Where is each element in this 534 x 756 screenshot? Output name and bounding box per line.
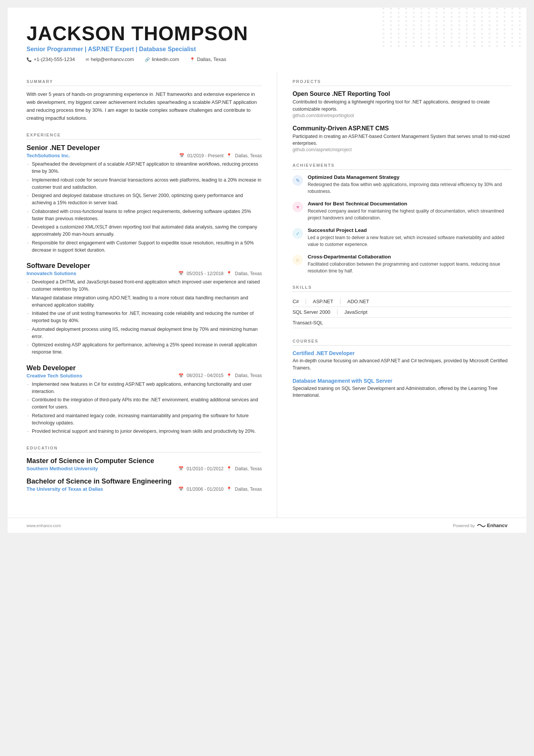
main-body: SUMMARY With over 5 years of hands-on pr… bbox=[8, 72, 526, 518]
course-description: An in-depth course focusing on advanced … bbox=[292, 357, 511, 372]
edu-school: Southern Methodist University bbox=[27, 466, 98, 471]
edu-location: Dallas, Texas bbox=[235, 466, 262, 471]
project-title: Community-Driven ASP.NET CMS bbox=[292, 125, 511, 132]
skill-item: SQL Server 2000 bbox=[292, 309, 337, 315]
bullet-item: Initiated the use of unit testing framew… bbox=[27, 310, 262, 324]
left-column: SUMMARY With over 5 years of hands-on pr… bbox=[8, 72, 277, 518]
job-item: Software Developer Innovatech Solutions … bbox=[27, 262, 262, 356]
linkedin-contact: linkedin.com bbox=[145, 56, 179, 62]
bullet-item: Managed database integration using ADO.N… bbox=[27, 294, 262, 309]
logo-icon bbox=[477, 523, 486, 528]
projects-section: PROJECTS Open Source .NET Reporting Tool… bbox=[292, 79, 511, 152]
cal-icon: 📅 bbox=[179, 153, 184, 158]
skill-item: JavaScript bbox=[344, 309, 367, 315]
location-icon bbox=[190, 57, 195, 62]
edu-date: 01/2006 - 01/2010 bbox=[187, 487, 223, 492]
resume-container: JACKSON THOMPSON Senior Programmer | ASP… bbox=[8, 8, 526, 533]
job-item: Web Developer Creative Tech Solutions 📅 … bbox=[27, 364, 262, 435]
course-title: Database Management with SQL Server bbox=[292, 378, 511, 384]
pin-icon6: 📍 bbox=[226, 487, 232, 491]
header-section: JACKSON THOMPSON Senior Programmer | ASP… bbox=[8, 8, 526, 72]
skill-item: Transact-SQL bbox=[292, 320, 323, 326]
skills-row: Transact-SQL bbox=[292, 318, 511, 328]
job-item: Senior .NET Developer TechSolutions Inc.… bbox=[27, 144, 262, 254]
course-item: Certified .NET Developer An in-depth cou… bbox=[292, 350, 511, 372]
edu-degree: Bachelor of Science in Software Engineer… bbox=[27, 477, 262, 485]
job-date-loc: 📅 05/2015 - 12/2018 📍 Dallas, Texas bbox=[178, 271, 262, 276]
job-location: Dallas, Texas bbox=[235, 271, 262, 276]
achievement-desc: Received company award for maintaining t… bbox=[308, 208, 511, 221]
edu-item: Master of Science in Computer Science So… bbox=[27, 457, 262, 471]
edu-date: 01/2010 - 01/2012 bbox=[187, 466, 223, 471]
pin-icon5: 📍 bbox=[226, 466, 232, 471]
email-value: help@enhancv.com bbox=[91, 56, 134, 62]
edu-meta: Southern Methodist University 📅 01/2010 … bbox=[27, 466, 262, 471]
project-link: github.com/dotnetreportingtool bbox=[292, 113, 511, 118]
skill-item: ASP.NET bbox=[313, 299, 340, 304]
achievement-content: Optimized Data Management Strategy Redes… bbox=[308, 174, 511, 195]
location-value: Dallas, Texas bbox=[197, 56, 226, 62]
project-link: github.com/aspnetcmsproject bbox=[292, 147, 511, 152]
achievements-section: ACHIEVEMENTS ✎ Optimized Data Management… bbox=[292, 163, 511, 274]
company-name: TechSolutions Inc. bbox=[27, 153, 70, 158]
project-title: Open Source .NET Reporting Tool bbox=[292, 91, 511, 97]
achievement-item: ✓ Successful Project Lead Led a project … bbox=[292, 227, 511, 248]
bullet-item: Developed a customized XML/XSLT driven r… bbox=[27, 224, 262, 238]
achievement-icon-heart: ♥ bbox=[292, 202, 303, 212]
bullet-item: Developed a DHTML and JavaScript-based f… bbox=[27, 279, 262, 293]
skills-section: SKILLS C# ASP.NET ADO.NET SQL Server 200… bbox=[292, 285, 511, 328]
skills-grid: C# ASP.NET ADO.NET SQL Server 2000 JavaS… bbox=[292, 296, 511, 328]
courses-section: COURSES Certified .NET Developer An in-d… bbox=[292, 339, 511, 399]
company-name: Innovatech Solutions bbox=[27, 271, 76, 276]
email-contact: help@enhancv.com bbox=[86, 56, 134, 62]
skills-section-title: SKILLS bbox=[292, 285, 511, 292]
bullet-item: Implemented robust code for secure finan… bbox=[27, 177, 262, 191]
cal-icon: 📅 bbox=[178, 487, 184, 491]
skills-row: SQL Server 2000 JavaScript bbox=[292, 307, 511, 318]
experience-section: EXPERIENCE Senior .NET Developer TechSol… bbox=[27, 133, 262, 435]
job-meta: TechSolutions Inc. 📅 01/2019 - Present 📍… bbox=[27, 153, 262, 158]
bullet-item: Refactored and maintained legacy code, i… bbox=[27, 412, 262, 427]
achievement-title: Cross-Departmental Collaboration bbox=[308, 254, 511, 260]
pin-icon4: 📍 bbox=[226, 373, 232, 378]
achievement-content: Successful Project Lead Led a project te… bbox=[308, 227, 511, 248]
achievement-content: Cross-Departmental Collaboration Facilit… bbox=[308, 254, 511, 274]
achievement-title: Award for Best Technical Documentation bbox=[308, 201, 511, 207]
job-bullets: Developed a DHTML and JavaScript-based f… bbox=[27, 279, 262, 356]
job-bullets: Implemented new features in C# for exist… bbox=[27, 381, 262, 435]
achievement-title: Successful Project Lead bbox=[308, 227, 511, 233]
courses-section-title: COURSES bbox=[292, 339, 511, 346]
edu-date-loc: 📅 01/2010 - 01/2012 📍 Dallas, Texas bbox=[178, 466, 262, 471]
edu-school: The University of Texas at Dallas bbox=[27, 486, 103, 492]
footer: www.enhancv.com Powered by Enhancv bbox=[8, 518, 526, 533]
bullet-item: Collaborated with cross-functional teams… bbox=[27, 208, 262, 222]
job-date: 01/2019 - Present bbox=[187, 153, 223, 158]
job-date: 05/2015 - 12/2018 bbox=[187, 271, 223, 276]
achievement-icon-star: ☆ bbox=[292, 255, 303, 265]
summary-section-title: SUMMARY bbox=[27, 79, 262, 86]
company-name: Creative Tech Solutions bbox=[27, 373, 82, 379]
footer-url: www.enhancv.com bbox=[27, 523, 61, 528]
email-icon bbox=[86, 57, 89, 62]
brand-name: Enhancv bbox=[487, 523, 507, 528]
experience-section-title: EXPERIENCE bbox=[27, 133, 262, 139]
job-bullets: Spearheaded the development of a scalabl… bbox=[27, 161, 262, 254]
edu-location: Dallas, Texas bbox=[235, 487, 262, 492]
decorative-dots bbox=[383, 8, 526, 68]
achievement-item: ♥ Award for Best Technical Documentation… bbox=[292, 201, 511, 221]
education-section: EDUCATION Master of Science in Computer … bbox=[27, 446, 262, 492]
phone-value: +1-(234)-555-1234 bbox=[34, 56, 75, 62]
powered-by-text: Powered by bbox=[453, 523, 475, 528]
job-date-loc: 📅 08/2012 - 04/2015 📍 Dallas, Texas bbox=[178, 373, 262, 378]
skill-item: ADO.NET bbox=[347, 299, 369, 304]
enhancv-logo: Enhancv bbox=[477, 523, 507, 528]
bullet-item: Contributed to the integration of third-… bbox=[27, 396, 262, 411]
cal-icon: 📅 bbox=[178, 271, 184, 276]
cal-icon: 📅 bbox=[178, 466, 184, 471]
right-column: PROJECTS Open Source .NET Reporting Tool… bbox=[277, 72, 526, 518]
project-item: Community-Driven ASP.NET CMS Participate… bbox=[292, 125, 511, 153]
job-location: Dallas, Texas bbox=[235, 153, 262, 158]
cal-icon: 📅 bbox=[178, 373, 184, 378]
project-description: Participated in creating an ASP.NET-base… bbox=[292, 133, 511, 147]
projects-section-title: PROJECTS bbox=[292, 79, 511, 86]
